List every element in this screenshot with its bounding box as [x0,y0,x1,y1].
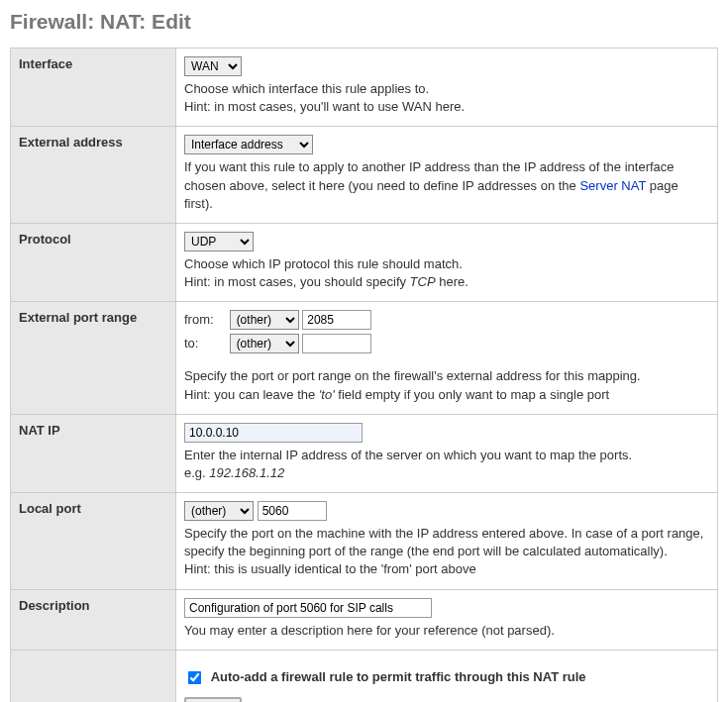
save-button[interactable]: Save [184,697,242,702]
from-label: from: [184,312,226,327]
description-help: You may enter a description here for you… [184,622,709,640]
local-port-help: Specify the port on the machine with the… [184,525,709,579]
interface-help: Choose which interface this rule applies… [184,80,709,116]
local-port-select[interactable]: (other) [184,501,254,521]
protocol-help: Choose which IP protocol this rule shoul… [184,255,709,291]
ext-port-help: Specify the port or port range on the fi… [184,367,709,403]
to-label: to: [184,336,226,351]
label-local-port: Local port [11,493,176,590]
local-port-input[interactable] [258,501,327,521]
external-address-help: If you want this rule to apply to anothe… [184,158,709,213]
description-input[interactable] [184,598,432,618]
protocol-select[interactable]: UDP [184,232,254,251]
auto-add-label[interactable]: Auto-add a firewall rule to permit traff… [211,669,586,684]
from-port-input[interactable] [302,310,371,330]
to-port-input[interactable] [302,334,371,353]
external-address-select[interactable]: Interface address [184,135,313,154]
nat-edit-form: Interface WAN Choose which interface thi… [10,48,718,702]
label-interface: Interface [11,49,176,127]
from-port-select[interactable]: (other) [230,310,299,330]
label-description: Description [11,589,176,650]
nat-ip-help: Enter the internal IP address of the ser… [184,447,709,482]
label-empty [11,650,176,702]
nat-ip-input[interactable] [184,423,363,443]
label-external-address: External address [11,127,176,224]
page-title: Firewall: NAT: Edit [10,10,718,34]
to-port-select[interactable]: (other) [230,334,299,353]
label-external-port-range: External port range [11,302,176,414]
label-protocol: Protocol [11,223,176,301]
interface-select[interactable]: WAN [184,56,242,76]
label-nat-ip: NAT IP [11,414,176,492]
auto-add-checkbox[interactable] [188,670,202,684]
server-nat-link[interactable]: Server NAT [579,178,646,193]
